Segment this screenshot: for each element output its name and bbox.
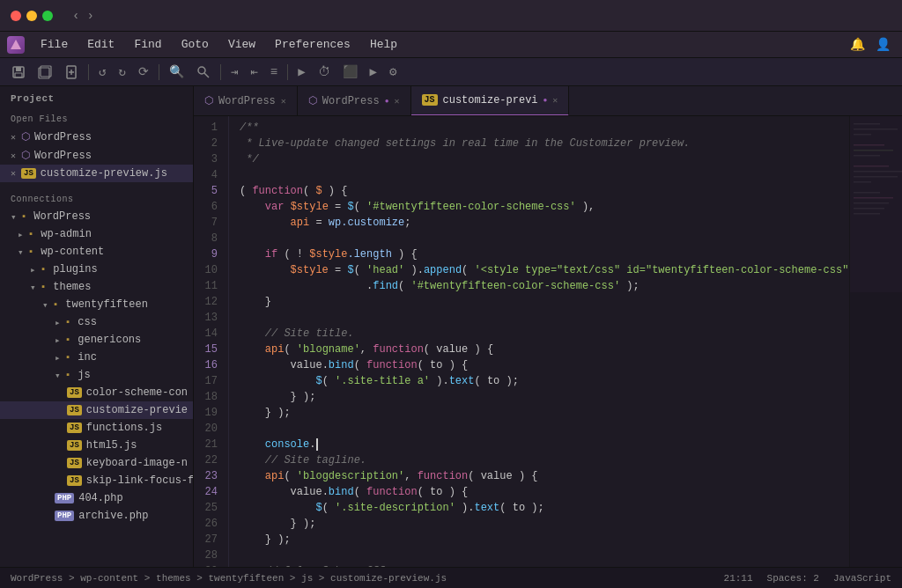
notification-icon[interactable]: 🔔	[846, 35, 869, 54]
wp-icon: ⬡	[21, 149, 30, 162]
tree-item-js[interactable]: ▾ ▪ js	[0, 366, 193, 384]
tab-label: WordPress	[322, 95, 380, 107]
chevron-down-icon: ▾	[18, 246, 24, 258]
tree-item-twentyfifteen[interactable]: ▾ ▪ twentyfifteen	[0, 296, 193, 313]
chevron-down-icon: ▾	[55, 370, 61, 381]
code-editor[interactable]: 1 2 3 4 5 6 7 8 9 10 11 12 13 14 15 16 1…	[194, 116, 902, 567]
svg-marker-0	[11, 40, 21, 49]
line-num-4: 4	[201, 167, 218, 183]
tree-item-keyboard-image[interactable]: JS keyboard-image-n	[0, 454, 193, 472]
svg-rect-27	[850, 116, 902, 292]
line-num-21: 21	[201, 437, 218, 452]
close-icon[interactable]: ✕	[11, 132, 16, 143]
tree-item-color-scheme[interactable]: JS color-scheme-con	[0, 384, 193, 401]
menu-file[interactable]: File	[32, 35, 77, 54]
indent-icon[interactable]: ⇥	[226, 62, 242, 81]
line-num-28: 28	[201, 548, 218, 563]
play-icon[interactable]: ▶	[366, 62, 381, 81]
close-icon[interactable]: ✕	[11, 168, 16, 179]
folder-icon: ▪	[41, 264, 47, 275]
tree-item-genericons[interactable]: ▸ ▪ genericons	[0, 331, 193, 349]
line-numbers: 1 2 3 4 5 6 7 8 9 10 11 12 13 14 15 16 1…	[194, 116, 229, 567]
tree-item-inc[interactable]: ▸ ▪ inc	[0, 349, 193, 366]
menu-find[interactable]: Find	[125, 35, 170, 54]
tree-label: inc	[78, 351, 97, 364]
forward-icon[interactable]: ›	[85, 9, 95, 23]
spaces-indicator: Spaces: 2	[767, 573, 819, 584]
code-line-18: } );	[240, 389, 839, 405]
maximize-button[interactable]	[42, 11, 53, 21]
tab-customize-preview[interactable]: JS customize-previ ● ✕	[411, 86, 570, 116]
tree-item-themes[interactable]: ▾ ▪ themes	[0, 278, 193, 296]
tab-close-icon[interactable]: ✕	[281, 96, 286, 107]
capture-icon[interactable]: ⬛	[338, 62, 362, 81]
js-badge: JS	[21, 168, 36, 179]
tree-item-wordpress[interactable]: ▾ ▪ WordPress	[0, 208, 193, 225]
tree-item-css[interactable]: ▸ ▪ css	[0, 313, 193, 331]
sort-icon[interactable]: ≡	[266, 63, 282, 81]
tree-item-wp-admin[interactable]: ▸ ▪ wp-admin	[0, 225, 193, 243]
back-icon[interactable]: ‹	[70, 9, 81, 23]
menu-goto[interactable]: Goto	[173, 35, 218, 54]
open-file-wordpress-1[interactable]: ✕ ⬡ WordPress	[0, 128, 193, 146]
undo-icon[interactable]: ↺	[94, 62, 110, 81]
menu-help[interactable]: Help	[361, 35, 406, 54]
tab-wordpress-1[interactable]: ⬡ WordPress ✕	[194, 86, 298, 116]
chevron-right-icon: ▸	[30, 264, 36, 276]
folder-icon: ▪	[65, 334, 71, 345]
refresh-icon[interactable]: ⟳	[134, 62, 153, 81]
tree-label: js	[78, 369, 90, 381]
search-replace-icon[interactable]	[192, 63, 215, 81]
tree-item-html5[interactable]: JS html5.js	[0, 437, 193, 454]
line-num-27: 27	[201, 532, 218, 548]
separator-3	[220, 64, 221, 80]
menu-preferences[interactable]: Preferences	[266, 35, 359, 54]
tree-item-functions[interactable]: JS functions.js	[0, 419, 193, 437]
tree-item-customize-preview[interactable]: JS customize-previe	[0, 401, 193, 419]
folder-icon: ▪	[41, 282, 47, 292]
line-num-15: 15	[201, 342, 218, 357]
tab-close-icon[interactable]: ✕	[552, 95, 558, 106]
code-line-23: api( 'blogdescription', function( value …	[240, 468, 839, 484]
account-icon[interactable]: 👤	[871, 35, 895, 54]
code-line-10: $style = $( 'head' ).append( '<style typ…	[240, 262, 839, 278]
status-right: 21:11 Spaces: 2 JavaScript	[724, 573, 891, 584]
code-line-11: .find( '#twentyfifteen-color-scheme-css'…	[240, 278, 839, 294]
tree-item-404[interactable]: PHP 404.php	[0, 489, 193, 507]
tree-item-plugins[interactable]: ▸ ▪ plugins	[0, 261, 193, 278]
save-icon[interactable]	[7, 63, 30, 81]
code-line-26: } );	[240, 516, 839, 532]
menu-bar: File Edit Find Goto View Preferences Hel…	[0, 32, 902, 58]
new-file-icon[interactable]	[60, 63, 83, 81]
tab-close-icon[interactable]: ✕	[394, 96, 399, 107]
line-num-18: 18	[201, 389, 218, 405]
tree-item-archive[interactable]: PHP archive.php	[0, 507, 193, 525]
tab-wordpress-2[interactable]: ⬡ WordPress ● ✕	[298, 86, 411, 116]
folder-icon: ▪	[28, 229, 34, 239]
open-file-wordpress-2[interactable]: ✕ ⬡ WordPress	[0, 146, 193, 165]
close-icon[interactable]: ✕	[11, 151, 16, 161]
close-button[interactable]	[11, 11, 21, 21]
schedule-icon[interactable]: ⏱	[314, 63, 335, 81]
code-line-14: // Site title.	[240, 326, 839, 342]
code-line-7: api = wp.customize;	[240, 215, 839, 231]
minimap	[849, 116, 902, 567]
chevron-right-icon: ▸	[55, 317, 61, 328]
menu-edit[interactable]: Edit	[78, 35, 123, 54]
open-file-customize-preview[interactable]: ✕ JS customize-preview.js	[0, 165, 193, 182]
menu-view[interactable]: View	[219, 35, 264, 54]
tree-item-skip-link[interactable]: JS skip-link-focus-fix.	[0, 472, 193, 489]
run-icon[interactable]: ▶	[293, 62, 309, 81]
outdent-icon[interactable]: ⇤	[246, 62, 262, 81]
line-num-9: 9	[201, 246, 218, 262]
search-icon[interactable]: 🔍	[165, 62, 189, 81]
php-badge: PHP	[55, 493, 74, 503]
save-all-icon[interactable]	[33, 63, 56, 81]
settings-icon[interactable]: ⚙	[385, 62, 401, 81]
code-text[interactable]: /** * Live-update changed settings in re…	[229, 116, 849, 567]
tree-item-wp-content[interactable]: ▾ ▪ wp-content	[0, 243, 193, 261]
redo-icon[interactable]: ↻	[114, 62, 129, 81]
minimize-button[interactable]	[26, 11, 37, 21]
tree-label: plugins	[53, 263, 97, 276]
code-line-3: */	[240, 151, 839, 167]
